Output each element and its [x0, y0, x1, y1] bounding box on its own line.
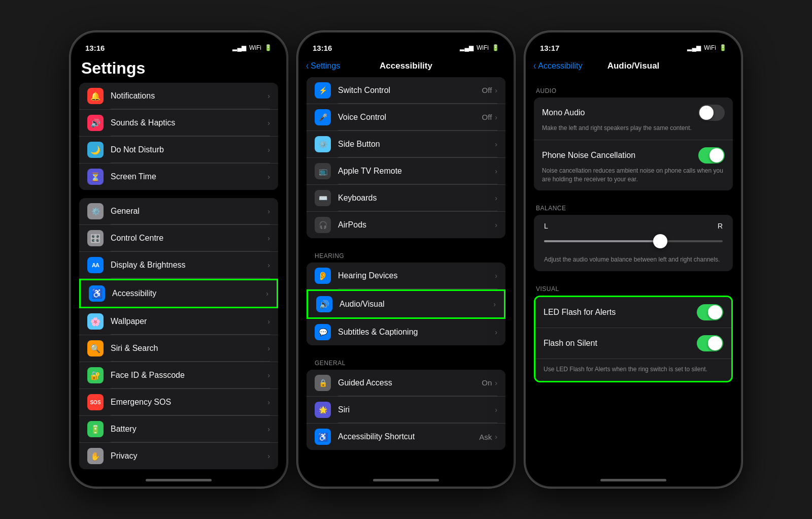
dnd-item[interactable]: 🌙 Do Not Disturb › [79, 137, 278, 164]
nav-title-3: Audio/Visual [607, 61, 660, 71]
keyboards-item[interactable]: ⌨️ Keyboards › [307, 185, 505, 212]
voice-control-icon: 🎤 [315, 109, 331, 125]
wifi-icon: WiFi [249, 44, 261, 51]
privacy-item[interactable]: ✋ Privacy › [79, 443, 278, 469]
apple-tv-item[interactable]: 📺 Apple TV Remote › [307, 158, 505, 185]
page-title-1: Settings [71, 57, 286, 83]
accessibility-shortcut-label: Accessibility Shortcut [338, 432, 415, 441]
accessibility-label: Accessibility [112, 289, 156, 298]
guided-access-value: On [482, 378, 492, 387]
sounds-item[interactable]: 🔊 Sounds & Haptics › [79, 110, 278, 137]
accessibility-shortcut-item[interactable]: ♿ Accessibility Shortcut Ask › [307, 424, 505, 450]
battery-icon: 🔋 [264, 44, 272, 51]
siri-item[interactable]: 🔍 Siri & Search › [79, 335, 278, 362]
sos-content: Emergency SOS › [111, 389, 270, 415]
accessibility-shortcut-chevron: › [495, 433, 497, 441]
general-content: General › [111, 198, 270, 224]
voice-control-value: Off [482, 113, 492, 121]
notifications-item[interactable]: 🔔 Notifications › [79, 83, 278, 110]
nav-bar-3: ‹ Accessibility Audio/Visual [526, 57, 741, 77]
audio-header: AUDIO [526, 77, 741, 98]
dnd-chevron: › [267, 146, 270, 154]
led-flash-toggle[interactable] [697, 304, 723, 320]
audio-visual-item-nav[interactable]: 🔊 Audio/Visual › [307, 289, 505, 319]
balance-desc-container: Adjust the audio volume balance between … [544, 254, 723, 264]
noise-cancel-item[interactable]: Phone Noise Cancellation Noise cancellat… [534, 140, 733, 191]
general-item[interactable]: ⚙️ General › [79, 198, 278, 225]
accessibility-item[interactable]: ♿ Accessibility › [79, 279, 278, 308]
airpods-label: AirPods [338, 220, 366, 230]
side-button-item[interactable]: ⚙️ Side Button › [307, 131, 505, 158]
noise-cancel-toggle[interactable] [698, 147, 725, 164]
group-1-wrapper: 🔔 Notifications › 🔊 Sounds & Haptics [71, 83, 286, 190]
mono-audio-toggle[interactable] [698, 105, 725, 121]
airpods-item[interactable]: 🎧 AirPods › [307, 212, 505, 238]
switch-control-item[interactable]: ⚡ Switch Control Off › [307, 77, 505, 104]
siri-access-item[interactable]: 🌟 Siri › [307, 397, 505, 424]
battery-chevron: › [267, 425, 270, 433]
notifications-icon: 🔔 [87, 88, 104, 104]
hearing-devices-item[interactable]: 👂 Hearing Devices › [307, 263, 505, 289]
group-2-wrapper: ⚙️ General › 🎛️ Control Centre › [71, 198, 286, 469]
flash-silent-item[interactable]: Flash on Silent [535, 328, 731, 359]
display-chevron: › [267, 261, 270, 269]
display-item[interactable]: AA Display & Brightness › [79, 252, 278, 279]
accessibility-chevron: › [266, 289, 268, 298]
flash-silent-toggle[interactable] [697, 335, 723, 351]
voice-control-chevron: › [495, 113, 497, 121]
sos-chevron: › [267, 398, 270, 406]
status-icons-1: ▂▄▆ WiFi 🔋 [232, 44, 272, 51]
group-b-wrapper: 👂 Hearing Devices › 🔊 [298, 263, 514, 345]
accessibility-shortcut-right: Ask › [479, 433, 497, 441]
sounds-icon: 🔊 [87, 115, 104, 131]
apple-tv-chevron: › [495, 167, 497, 175]
siri-access-right: › [495, 406, 497, 414]
back-button-3[interactable]: ‹ Accessibility [533, 60, 582, 72]
slider-fill [544, 240, 660, 242]
side-button-label: Side Button [338, 140, 380, 149]
battery-item[interactable]: 🔋 Battery › [79, 416, 278, 443]
subtitles-icon: 💬 [315, 324, 331, 340]
visual-desc-container: Use LED Flash for Alerts when the ring s… [535, 359, 731, 381]
general-icon: ⚙️ [87, 203, 104, 219]
battery-icon-3: 🔋 [719, 44, 727, 51]
wallpaper-item[interactable]: 🌸 Wallpaper › [79, 308, 278, 335]
balance-right-label: R [718, 222, 723, 230]
side-button-icon: ⚙️ [315, 136, 331, 152]
balance-card: L R Adjust the audio volume balance betw… [534, 215, 733, 271]
privacy-content: Privacy › [111, 443, 270, 469]
subtitles-item[interactable]: 💬 Subtitles & Captioning › [307, 319, 505, 345]
switch-control-right: Off › [482, 86, 497, 94]
control-centre-item[interactable]: 🎛️ Control Centre › [79, 225, 278, 252]
signal-icon-3: ▂▄▆ [687, 44, 701, 51]
accessibility-content: Accessibility › [112, 280, 268, 307]
accessibility-shortcut-icon: ♿ [315, 429, 331, 445]
phone-1: 13:16 ▂▄▆ WiFi 🔋 Settings 🔔 [70, 31, 288, 488]
control-centre-icon: 🎛️ [87, 230, 104, 246]
audio-settings-group: Mono Audio Make the left and right speak… [534, 98, 733, 190]
screen-time-item[interactable]: ⏳ Screen Time › [79, 164, 278, 190]
switch-control-icon: ⚡ [315, 82, 331, 99]
settings-group-1: 🔔 Notifications › 🔊 Sounds & Haptics [79, 83, 278, 190]
wallpaper-content: Wallpaper › [111, 308, 270, 335]
sounds-label: Sounds & Haptics [111, 118, 175, 127]
back-label-3: Accessibility [538, 61, 582, 71]
balance-slider[interactable] [544, 234, 723, 248]
balance-header: BALANCE [526, 194, 741, 215]
led-flash-item[interactable]: LED Flash for Alerts [535, 297, 731, 328]
faceid-item[interactable]: 🔐 Face ID & Passcode › [79, 362, 278, 389]
mono-audio-item[interactable]: Mono Audio Make the left and right speak… [534, 98, 733, 140]
voice-control-item[interactable]: 🎤 Voice Control Off › [307, 104, 505, 131]
sos-item[interactable]: SOS Emergency SOS › [79, 389, 278, 416]
guided-access-item[interactable]: 🔒 Guided Access On › [307, 370, 505, 397]
hearing-devices-content: Hearing Devices › [338, 263, 497, 289]
notch-1 [141, 33, 217, 49]
back-button-2[interactable]: ‹ Settings [306, 60, 340, 72]
hearing-devices-icon: 👂 [315, 268, 331, 284]
dnd-icon: 🌙 [87, 142, 104, 158]
subtitles-chevron: › [495, 328, 497, 336]
privacy-label: Privacy [111, 451, 137, 461]
visual-section: VISUAL LED Flash for Alerts Flash on Sil… [526, 275, 741, 382]
slider-thumb[interactable] [653, 234, 667, 248]
slider-track [544, 240, 723, 242]
